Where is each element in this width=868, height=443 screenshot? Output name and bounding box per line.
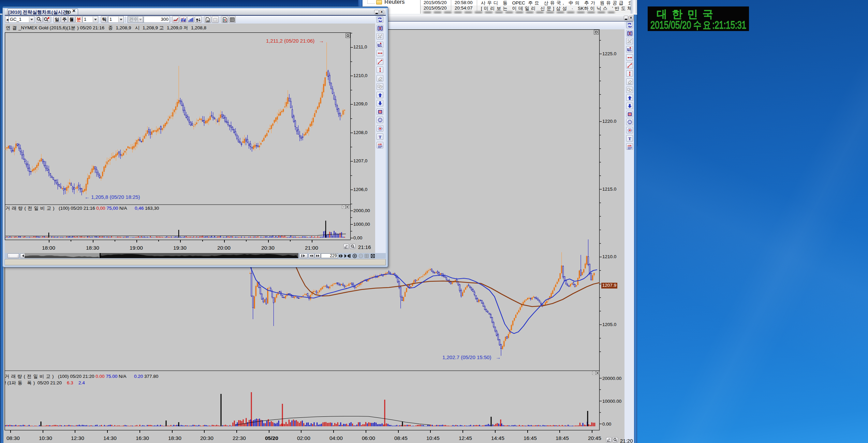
svg-text:C: C bbox=[628, 39, 629, 41]
svg-text:C: C bbox=[378, 34, 380, 36]
svg-text:#/R: #/R bbox=[628, 144, 632, 147]
svg-text:T: T bbox=[379, 134, 382, 139]
svg-text:#/R: #/R bbox=[378, 143, 382, 146]
svg-text:D: D bbox=[207, 19, 209, 22]
svg-text:P: P bbox=[630, 41, 631, 44]
svg-text:P: P bbox=[380, 36, 382, 39]
svg-text:T: T bbox=[628, 136, 631, 141]
